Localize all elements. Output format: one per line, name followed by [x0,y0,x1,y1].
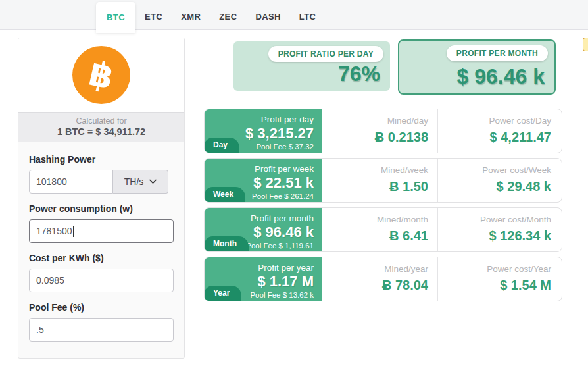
profit-cell: Profit per month $ 96.46 k Pool Fee $ 1,… [205,208,322,251]
mined-label: Mined/day [322,116,428,126]
tab-xmr[interactable]: XMR [172,0,210,33]
calculator-form: Hashing Power TH/s Power consumption (w)… [18,142,184,342]
mined-cell: Mined/month Ƀ 6.41 [322,208,438,251]
profit-label: Profit per day [205,115,314,124]
mined-label: Mined/year [322,264,428,274]
mined-value: Ƀ 1.50 [322,179,428,194]
calculated-for-label: Calculated for [21,117,182,126]
tab-dash[interactable]: DASH [246,0,289,33]
power-cost-label: Power cost/Year [438,264,551,274]
power-consumption-label: Power consumption (w) [29,203,174,214]
table-row-day: Profit per day $ 3,215.27 Pool Fee $ 37.… [204,109,562,153]
hashing-power-label: Hashing Power [29,154,174,165]
next-panel-edge-header [583,38,588,51]
coin-logo-box: ฿ [18,38,184,112]
power-cost-cell: Power cost/Day $ 4,211.47 [438,109,562,153]
profit-cell: Profit per day $ 3,215.27 Pool Fee $ 37.… [205,109,322,153]
profit-per-month-badge-value: $ 96.46 k [457,65,545,89]
exchange-rate-strip: Calculated for 1 BTC = $ 34,911.72 [18,112,184,142]
tab-btc[interactable]: BTC [96,2,135,33]
bitcoin-glyph: ฿ [86,56,117,95]
power-consumption-value: 1781500 [36,226,72,236]
mined-label: Mined/month [322,215,428,224]
period-tab: Week [205,187,245,202]
power-cost-label: Power cost/Week [438,165,551,175]
table-row-year: Profit per year $ 1.17 M Pool Fee $ 13.6… [204,257,562,301]
table-row-week: Profit per week $ 22.51 k Pool Fee $ 261… [204,158,562,203]
power-cost-value: $ 29.48 k [438,179,551,194]
profit-label: Profit per year [205,263,314,273]
tab-ltc[interactable]: LTC [290,0,326,33]
profit-cell: Profit per week $ 22.51 k Pool Fee $ 261… [205,159,322,202]
profit-label: Profit per month [205,213,314,223]
period-tab: Month [205,236,249,251]
period-tab: Year [205,286,241,301]
calculator-panel: ฿ Calculated for 1 BTC = $ 34,911.72 Has… [18,38,185,359]
profit-per-month-badge: PROFIT PER MONTH $ 96.46 k [398,39,556,95]
cost-per-kwh-input[interactable] [29,269,174,292]
next-panel-edge [583,51,588,355]
hashing-unit-value: TH/s [124,176,144,187]
mined-cell: Mined/year Ƀ 78.04 [322,257,438,301]
hashing-unit-select[interactable]: TH/s [113,170,168,194]
results-table: Profit per day $ 3,215.27 Pool Fee $ 37.… [204,109,562,306]
currency-tabs: BTC ETC XMR ZEC DASH LTC [96,0,325,33]
mined-cell: Mined/week Ƀ 1.50 [322,159,438,202]
tab-etc[interactable]: ETC [135,0,172,33]
power-cost-label: Power cost/Month [438,215,551,224]
power-cost-cell: Power cost/Month $ 126.34 k [438,208,562,251]
power-cost-cell: Power cost/Year $ 1.54 M [438,257,562,301]
period-tab: Day [205,138,239,153]
profit-ratio-badge-label: PROFIT RATIO PER DAY [268,46,383,62]
power-cost-value: $ 4,211.47 [438,130,551,145]
profit-label: Profit per week [205,164,314,174]
pool-fee-label: Pool Fee (%) [29,302,174,313]
pool-fee-input[interactable] [29,318,174,342]
tab-zec[interactable]: ZEC [210,0,246,33]
power-cost-cell: Power cost/Week $ 29.48 k [438,159,562,202]
mining-calculator-screen: Currency BTC ETC XMR ZEC DASH LTC ฿ Calc… [0,0,588,366]
hashing-power-input[interactable] [29,170,113,194]
mined-value: Ƀ 0.2138 [322,130,428,145]
profit-per-month-badge-label: PROFIT PER MONTH [447,45,548,61]
mined-value: Ƀ 78.04 [322,278,428,293]
bitcoin-icon: ฿ [72,46,130,104]
power-cost-value: $ 1.54 M [438,278,551,293]
profit-cell: Profit per year $ 1.17 M Pool Fee $ 13.6… [205,257,322,301]
profit-ratio-badge-value: 76% [338,62,380,86]
cost-per-kwh-label: Cost per KWh ($) [29,253,174,263]
mined-label: Mined/week [322,165,428,175]
profit-ratio-badge: PROFIT RATIO PER DAY 76% [233,41,390,91]
mined-cell: Mined/day Ƀ 0.2138 [322,109,438,153]
chevron-down-icon [149,179,157,184]
btc-rate-value: 1 BTC = $ 34,911.72 [21,126,182,137]
mined-value: Ƀ 6.41 [322,228,428,244]
table-row-month: Profit per month $ 96.46 k Pool Fee $ 1,… [204,207,562,252]
power-cost-value: $ 126.34 k [438,228,551,244]
power-consumption-input[interactable]: 1781500 [29,219,174,243]
power-cost-label: Power cost/Day [438,116,551,126]
text-caret [73,226,74,237]
